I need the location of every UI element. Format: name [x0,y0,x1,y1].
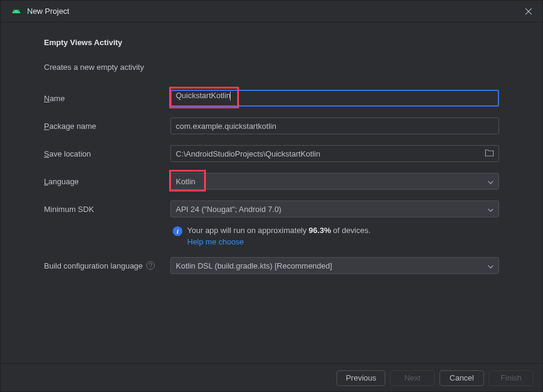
chevron-down-icon [488,205,494,214]
row-name: Name QuickstartKotlin [44,90,499,107]
row-package: Package name [44,117,499,134]
help-link[interactable]: Help me choose [187,237,371,246]
label-package: Package name [44,122,170,131]
label-buildconf: Build configuration language ? [44,261,170,270]
save-input[interactable] [170,145,499,162]
package-input[interactable] [170,117,499,134]
row-language: Language Kotlin [44,173,499,190]
row-save: Save location [44,145,499,162]
chevron-down-icon [488,177,494,186]
label-language: Language [44,177,170,186]
page-subtitle: Creates a new empty activity [44,63,499,72]
android-icon [11,7,21,16]
language-select[interactable]: Kotlin [170,173,499,190]
buildconf-select[interactable]: Kotlin DSL (build.gradle.kts) [Recommend… [170,257,499,274]
label-name: Name [44,94,170,103]
close-icon[interactable] [522,5,535,18]
minsdk-select[interactable]: API 24 ("Nougat"; Android 7.0) [170,201,499,217]
label-save: Save location [44,149,170,158]
name-input[interactable]: QuickstartKotlin [170,90,499,107]
info-icon: i [173,226,182,236]
finish-button[interactable]: Finish [489,370,533,386]
chevron-down-icon [488,261,494,270]
footer: Previous Next Cancel Finish [0,363,543,392]
previous-button[interactable]: Previous [337,370,385,386]
cancel-button[interactable]: Cancel [439,370,484,386]
row-info: i Your app will run on approximately 96.… [44,226,499,246]
next-button[interactable]: Next [390,370,435,386]
window-title: New Project [27,7,522,16]
help-icon[interactable]: ? [146,261,155,270]
label-minsdk: Minimum SDK [44,205,170,214]
info-text: Your app will run on approximately 96.3%… [187,226,371,246]
form-content: Empty Views Activity Creates a new empty… [1,22,542,274]
titlebar: New Project [1,1,542,22]
row-buildconf: Build configuration language ? Kotlin DS… [44,257,499,274]
row-minsdk: Minimum SDK API 24 ("Nougat"; Android 7.… [44,201,499,217]
page-title: Empty Views Activity [44,38,499,47]
